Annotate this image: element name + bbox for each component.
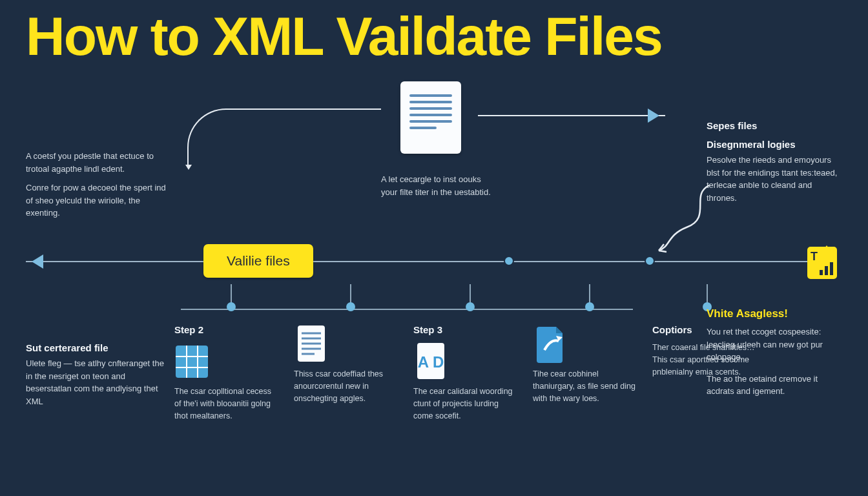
step-2: Step 2 The csar coplltional cecess of th… <box>174 284 287 422</box>
right-bottom-p2: The ao the oetaind cremove it acdrats an… <box>707 373 842 398</box>
intro-p1: A coetsf you pdestle that ectuce to trot… <box>26 150 174 175</box>
end-badge-letter: T <box>811 250 818 264</box>
right-top-block: Sepes files Disegnmeral logies Pesolve t… <box>707 120 842 204</box>
step-export: Tihe cear cobhinel thaniurgary, as file … <box>533 284 646 422</box>
document-caption: A let cecargle to inst oouks your filte … <box>381 173 497 198</box>
step-title: Step 3 <box>413 324 526 335</box>
bottom-left-block: Sut certerared file Ulete fleg — tse atl… <box>26 342 165 408</box>
end-badge-icon: T <box>807 247 837 279</box>
squiggle-connector <box>651 182 716 253</box>
step-body: Thiss csar codeffiad thes anourcorentul … <box>294 368 397 404</box>
bottom-left-body: Ulete fleg — tse atlhy cnfteranget the i… <box>26 357 165 408</box>
arrow-right <box>478 115 665 116</box>
document-icon <box>400 81 461 154</box>
intro-left-block: A coetsf you pdestle that ectuce to trot… <box>26 150 174 226</box>
timeline <box>26 261 836 262</box>
sepes-heading: Sepes files <box>707 120 842 131</box>
ad-document-icon: A D <box>413 342 448 380</box>
step-body: The csar coplltional cecess of the'i wit… <box>174 386 278 422</box>
step-title: Step 2 <box>174 324 287 335</box>
timeline-dot <box>645 256 655 266</box>
document-lines-icon <box>294 324 329 363</box>
main-title: How to XML Vaildate Files <box>26 9 662 63</box>
svg-rect-0 <box>176 346 208 378</box>
disegn-heading: Disegnmeral logies <box>707 139 842 150</box>
timeline-dot <box>504 256 514 266</box>
intro-p2: Conre for pow a decoeol the spert ind of… <box>26 181 174 220</box>
right-bottom-p1: You ret thet ccoget cospeesite: leeclieg… <box>707 326 842 364</box>
grid-icon <box>174 342 209 380</box>
disegn-body: Pesolve the rieeds and emoyours blst for… <box>707 154 842 204</box>
step-body: The cear calidaral woording ctunt of pro… <box>413 386 517 422</box>
step-3: Step 3 A D The cear calidaral woording c… <box>413 284 526 422</box>
step-doc: Thiss csar codeffiad thes anourcorentul … <box>294 284 407 422</box>
file-arrow-icon <box>533 324 568 363</box>
validate-files-pill: Valilie files <box>203 244 313 278</box>
step-body: Tihe cear cobhinel thaniurgary, as file … <box>533 368 636 404</box>
steps-row: Step 2 The csar coplltional cecess of th… <box>174 284 762 422</box>
bottom-left-heading: Sut certerared file <box>26 342 165 353</box>
right-bottom-block: Vhite Asagless! You ret thet ccoget cosp… <box>707 307 842 398</box>
svg-text:A D: A D <box>418 353 444 371</box>
connector-curve-left <box>187 108 381 167</box>
vhite-heading: Vhite Asagless! <box>707 307 842 320</box>
